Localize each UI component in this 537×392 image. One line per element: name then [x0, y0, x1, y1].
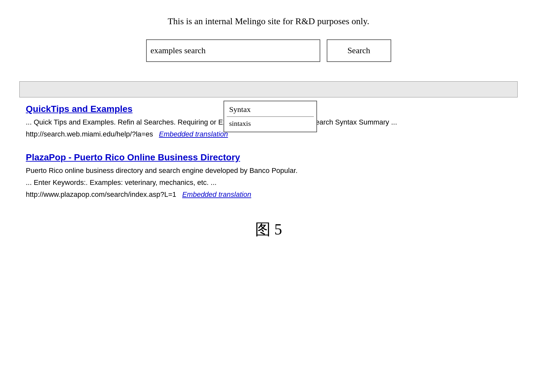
- results-area: Syntax sintaxis QuickTips and Examples .…: [19, 97, 518, 200]
- result-item-2: PlazaPop - Puerto Rico Online Business D…: [19, 152, 518, 200]
- result-url-1: http://search.web.miami.edu/help/?la=es: [26, 130, 153, 138]
- header-notice: This is an internal Melingo site for R&D…: [19, 16, 518, 26]
- snippet-before-1: ... Quick Tips and Examples. Refin: [26, 118, 134, 126]
- result-snippet-2b: ... Enter Keywords:. Examples: veterinar…: [26, 177, 518, 188]
- result-url-line-2: http://www.plazapop.com/search/index.asp…: [26, 189, 518, 200]
- tooltip-header: Syntax: [224, 101, 316, 116]
- search-input[interactable]: [146, 39, 320, 62]
- result-title-2[interactable]: PlazaPop - Puerto Rico Online Business D…: [26, 152, 518, 163]
- tooltip-box: Syntax sintaxis: [224, 101, 317, 132]
- embedded-translation-link-1[interactable]: Embedded translation: [159, 130, 228, 138]
- search-button[interactable]: Search: [327, 39, 391, 62]
- search-bar-container: Search: [19, 39, 518, 62]
- result-snippet-2a: Puerto Rico online business directory an…: [26, 165, 518, 176]
- figure-caption: 图 5: [19, 219, 518, 240]
- result-url-2: http://www.plazapop.com/search/index.asp…: [26, 190, 176, 198]
- embedded-translation-link-2[interactable]: Embedded translation: [182, 190, 251, 198]
- tooltip-item[interactable]: sintaxis: [224, 117, 316, 132]
- toolbar-bar: [19, 81, 518, 97]
